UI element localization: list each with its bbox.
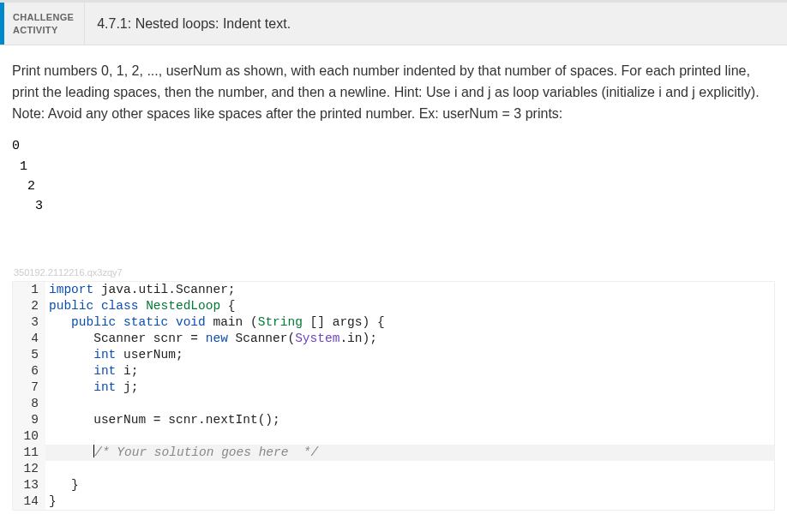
code-text[interactable]: } xyxy=(45,477,774,493)
line-number: 9 xyxy=(13,412,45,428)
line-number: 3 xyxy=(13,314,45,331)
line-number: 10 xyxy=(13,428,45,445)
code-line[interactable]: 14} xyxy=(13,493,774,510)
line-number: 5 xyxy=(13,347,45,363)
line-number: 13 xyxy=(13,477,45,493)
code-line[interactable]: 2public class NestedLoop { xyxy=(13,298,774,314)
code-text[interactable]: int i; xyxy=(45,363,774,380)
challenge-label-1: CHALLENGE xyxy=(13,11,74,24)
code-text[interactable]: /* Your solution goes here */ xyxy=(45,445,774,461)
code-line[interactable]: 6 int i; xyxy=(13,363,774,380)
code-line[interactable]: 11 /* Your solution goes here */ xyxy=(13,445,774,461)
code-text[interactable]: int j; xyxy=(45,380,774,396)
code-text[interactable]: public static void main (String [] args)… xyxy=(45,314,774,331)
line-number: 11 xyxy=(13,445,45,461)
challenge-title: 4.7.1: Nested loops: Indent text. xyxy=(85,3,303,45)
challenge-header: CHALLENGE ACTIVITY 4.7.1: Nested loops: … xyxy=(0,0,787,45)
code-line[interactable]: 8 xyxy=(13,396,774,412)
line-number: 8 xyxy=(13,396,45,412)
code-line[interactable]: 10 xyxy=(13,428,774,445)
challenge-label-2: ACTIVITY xyxy=(13,24,74,37)
code-line[interactable]: 7 int j; xyxy=(13,380,774,396)
line-number: 12 xyxy=(13,461,45,477)
code-line[interactable]: 9 userNum = scnr.nextInt(); xyxy=(13,412,774,428)
code-text[interactable] xyxy=(45,428,774,445)
code-line[interactable]: 3 public static void main (String [] arg… xyxy=(13,314,774,331)
instructions-text: Print numbers 0, 1, 2, ..., userNum as s… xyxy=(12,61,775,124)
line-number: 7 xyxy=(13,380,45,396)
challenge-activity-tab: CHALLENGE ACTIVITY xyxy=(0,3,85,45)
code-editor[interactable]: 1import java.util.Scanner;2public class … xyxy=(12,281,775,511)
line-number: 6 xyxy=(13,363,45,380)
code-text[interactable] xyxy=(45,396,774,412)
sample-output: 0 1 2 3 xyxy=(12,136,775,216)
code-line[interactable]: 1import java.util.Scanner; xyxy=(13,282,774,298)
code-text[interactable]: int userNum; xyxy=(45,347,774,363)
line-number: 2 xyxy=(13,298,45,314)
code-line[interactable]: 12 xyxy=(13,461,774,477)
code-line[interactable]: 4 Scanner scnr = new Scanner(System.in); xyxy=(13,331,774,347)
code-text[interactable]: } xyxy=(45,493,774,510)
line-number: 1 xyxy=(13,282,45,298)
code-text[interactable]: public class NestedLoop { xyxy=(45,298,774,314)
code-line[interactable]: 5 int userNum; xyxy=(13,347,774,363)
code-text[interactable]: import java.util.Scanner; xyxy=(45,282,774,298)
challenge-body: Print numbers 0, 1, 2, ..., userNum as s… xyxy=(0,45,787,517)
code-text[interactable]: Scanner scnr = new Scanner(System.in); xyxy=(45,331,774,347)
code-text[interactable] xyxy=(45,461,774,477)
line-number: 14 xyxy=(13,493,45,510)
code-text[interactable]: userNum = scnr.nextInt(); xyxy=(45,412,774,428)
line-number: 4 xyxy=(13,331,45,347)
code-line[interactable]: 13 } xyxy=(13,477,774,493)
watermark-id: 350192.2112216.qx3zqy7 xyxy=(12,267,775,278)
